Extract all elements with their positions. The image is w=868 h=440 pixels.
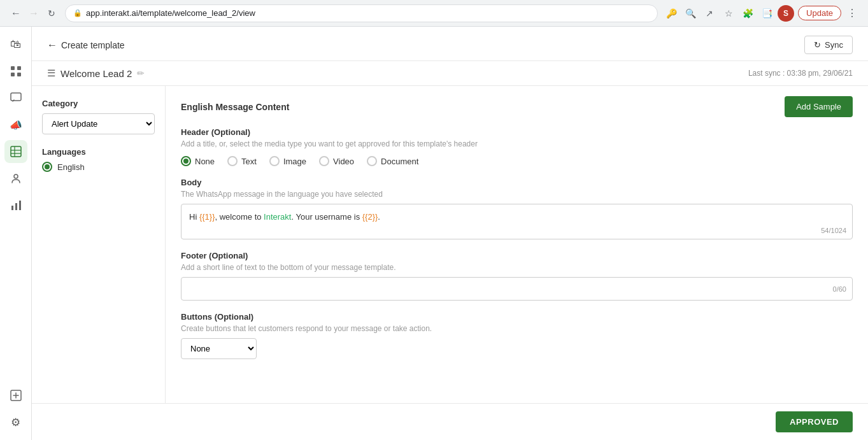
back-link[interactable]: ← Create template (47, 39, 125, 51)
lock-icon: 🔒 (73, 9, 82, 17)
body-description: The WhatsApp message in the language you… (181, 190, 853, 199)
footer-char-count: 0/60 (833, 285, 846, 293)
sync-button[interactable]: ↻ Sync (804, 36, 853, 54)
browser-menu-button[interactable]: ⋮ (844, 5, 860, 22)
tab-icon[interactable]: 📑 (758, 5, 775, 22)
header-image-label: Image (283, 157, 306, 166)
body-section: Body The WhatsApp message in the languag… (181, 178, 853, 239)
svg-rect-11 (15, 203, 17, 210)
add-sample-button[interactable]: Add Sample (785, 96, 853, 117)
search-browser-icon[interactable]: 🔍 (682, 5, 699, 22)
back-arrow-icon: ← (47, 39, 57, 51)
category-dropdown[interactable]: Alert Update (42, 113, 155, 134)
header-document-radio[interactable] (367, 156, 377, 166)
svg-rect-3 (17, 73, 21, 76)
sidebar-icon-chart[interactable] (4, 194, 27, 216)
header-text-label: Text (241, 157, 257, 166)
header-radio-group: None Text Image Video (181, 156, 853, 166)
template-name-bar: ☰ Welcome Lead 2 ✏ Last sync : 03:38 pm,… (32, 61, 868, 86)
svg-rect-5 (11, 146, 21, 157)
sidebar-icon-table[interactable] (4, 140, 27, 163)
footer-section: Footer (Optional) Add a short line of te… (181, 251, 853, 301)
body-message-display: Hi {{1}}, welcome to Interakt. Your user… (181, 204, 853, 239)
header-none-label: None (195, 157, 215, 166)
header-none-radio[interactable] (181, 156, 191, 166)
sidebar-icon-bag[interactable]: 🛍 (4, 33, 27, 56)
last-sync-text: Last sync : 03:38 pm, 29/06/21 (748, 69, 853, 78)
languages-section: Languages English (42, 147, 155, 172)
header-text-radio[interactable] (227, 156, 238, 166)
header-title: Header (Optional) (181, 127, 853, 137)
header-none-option[interactable]: None (181, 156, 215, 166)
address-bar[interactable]: 🔒 app.interakt.ai/template/welcome_lead_… (65, 4, 658, 22)
back-nav-button[interactable]: ← (8, 5, 24, 22)
header-text-option[interactable]: Text (227, 156, 257, 166)
header-document-option[interactable]: Document (367, 156, 418, 166)
back-label: Create template (61, 40, 125, 50)
header-video-radio[interactable] (319, 156, 329, 166)
svg-rect-0 (11, 66, 15, 70)
sidebar-icon-people[interactable] (4, 167, 27, 190)
footer-input[interactable] (181, 277, 853, 301)
sidebar-icon-settings[interactable]: ⚙ (4, 411, 27, 434)
header-section: Header (Optional) Add a title, or, selec… (181, 127, 853, 166)
extensions-icon[interactable]: 🧩 (739, 5, 756, 22)
sidebar-icon-grid[interactable] (4, 60, 27, 83)
share-icon[interactable]: ↗ (701, 5, 718, 22)
languages-label: Languages (42, 147, 155, 157)
forward-nav-button[interactable]: → (25, 5, 42, 22)
category-label: Category (42, 99, 155, 108)
buttons-title: Buttons (Optional) (181, 312, 853, 322)
sync-icon: ↻ (814, 40, 821, 50)
update-button[interactable]: Update (798, 6, 841, 20)
header-image-radio[interactable] (269, 156, 280, 166)
url-text: app.interakt.ai/template/welcome_lead_2/… (86, 8, 255, 18)
key-icon[interactable]: 🔑 (663, 5, 679, 22)
svg-rect-12 (19, 201, 21, 210)
page-header: ← Create template ↻ Sync (32, 27, 868, 61)
left-panel: Category Alert Update Languages English (32, 86, 166, 403)
svg-rect-2 (11, 73, 15, 76)
main-content: ← Create template ↻ Sync ☰ Welcome Lead … (32, 27, 868, 440)
star-icon[interactable]: ☆ (720, 5, 737, 22)
svg-rect-1 (17, 66, 21, 70)
body-title: Body (181, 178, 853, 187)
browser-toolbar: 🔑 🔍 ↗ ☆ 🧩 📑 S Update ⋮ (663, 5, 860, 22)
footer-title: Footer (Optional) (181, 251, 853, 260)
sidebar-icon-chat[interactable] (4, 87, 27, 110)
buttons-description: Create buttons that let customers respon… (181, 324, 853, 333)
header-document-label: Document (381, 157, 418, 166)
buttons-dropdown[interactable]: None Call to Action Quick Reply (181, 338, 257, 359)
header-image-option[interactable]: Image (269, 156, 306, 166)
header-video-label: Video (333, 157, 354, 166)
language-english-label: English (57, 162, 85, 172)
edit-pencil-icon[interactable]: ✏ (137, 68, 145, 78)
sidebar-icon-add[interactable] (4, 384, 27, 407)
reload-button[interactable]: ↻ (43, 5, 60, 22)
sidebar-icon-megaphone[interactable]: 📣 (4, 113, 27, 136)
english-message-title: English Message Content (181, 102, 289, 112)
header-video-option[interactable]: Video (319, 156, 354, 166)
template-name: Welcome Lead 2 (60, 68, 132, 79)
language-radio[interactable] (42, 162, 52, 172)
svg-rect-10 (11, 206, 13, 210)
language-english-option[interactable]: English (42, 162, 155, 172)
footer-description: Add a short line of text to the bottom o… (181, 263, 853, 272)
hamburger-icon: ☰ (47, 67, 55, 79)
header-description: Add a title, or, select the media type y… (181, 139, 853, 148)
right-panel: English Message Content Add Sample Heade… (166, 86, 868, 403)
svg-point-9 (14, 174, 18, 178)
user-avatar: S (778, 5, 794, 22)
body-char-count: 54/1024 (821, 227, 846, 234)
bottom-bar: APPROVED (32, 403, 868, 440)
sidebar: 🛍 📣 ⚙ (0, 27, 32, 440)
svg-rect-4 (11, 93, 21, 101)
browser-nav-buttons: ← → ↻ (8, 5, 60, 22)
approved-button[interactable]: APPROVED (776, 411, 853, 432)
buttons-section: Buttons (Optional) Create buttons that l… (181, 312, 853, 359)
content-area: Category Alert Update Languages English (32, 86, 868, 403)
